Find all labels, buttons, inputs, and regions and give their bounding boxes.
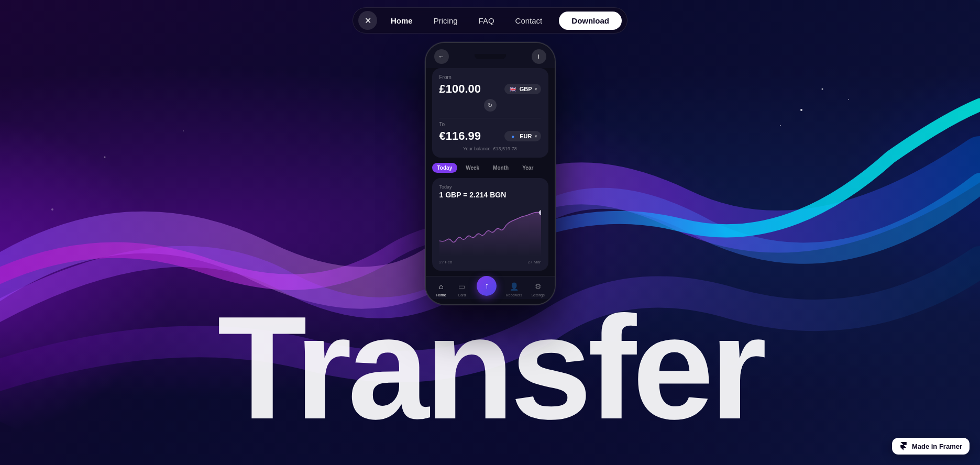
chart-period-label: Today [439, 184, 541, 190]
chevron-down-icon: ▾ [535, 87, 537, 92]
divider [439, 118, 541, 118]
nav-item-home-label: Home [436, 293, 446, 297]
phone-info-button[interactable]: i [532, 49, 546, 64]
gbp-flag: 🇬🇧 [509, 86, 517, 92]
receivers-icon: 👤 [508, 281, 520, 292]
tab-week[interactable]: Week [460, 163, 485, 173]
transfer-center-button[interactable]: ↑ [477, 276, 497, 296]
phone-top-bar: ← i [426, 43, 555, 68]
to-currency-selector[interactable]: ● EUR ▾ [504, 131, 541, 141]
svg-point-5 [822, 88, 823, 90]
chart-card: Today 1 GBP = 2.214 BGN [432, 178, 548, 271]
swap-button[interactable]: ↻ [484, 99, 497, 112]
balance-value: £13,519.78 [493, 146, 517, 151]
to-label: To [439, 121, 541, 127]
nav-item-settings[interactable]: ⚙ Settings [531, 281, 544, 297]
card-icon: ▭ [456, 281, 468, 292]
svg-point-10 [539, 211, 541, 215]
chevron-down-icon-2: ▾ [535, 134, 537, 139]
nav-link-home[interactable]: Home [381, 12, 422, 29]
nav-link-pricing[interactable]: Pricing [424, 12, 467, 29]
svg-point-9 [51, 208, 53, 211]
nav-pill: ✕ Home Pricing FAQ Contact Download [353, 7, 627, 34]
close-icon: ✕ [365, 16, 371, 26]
framer-badge[interactable]: Made in Framer [892, 438, 970, 455]
nav-item-transfer[interactable]: ↑ [477, 282, 497, 296]
svg-point-8 [183, 130, 184, 131]
phone-frame: ← i From £100.00 🇬🇧 GBP ▾ ↻ [425, 42, 556, 305]
transfer-icon: ↑ [485, 281, 489, 291]
tab-today[interactable]: Today [432, 163, 458, 173]
nav-item-card-label: Card [458, 293, 466, 297]
from-currency-selector[interactable]: 🇬🇧 GBP ▾ [504, 84, 541, 94]
nav-link-contact[interactable]: Contact [506, 12, 552, 29]
chart-area [439, 204, 541, 257]
period-tabs: Today Week Month Year [432, 163, 548, 173]
tab-year[interactable]: Year [517, 163, 538, 173]
nav-link-faq[interactable]: FAQ [469, 12, 504, 29]
phone-bottom-nav: ⌂ Home ▭ Card ↑ 👤 Receivers ⚙ Settings [426, 276, 555, 299]
download-button[interactable]: Download [559, 12, 622, 30]
to-amount: €116.99 [439, 129, 481, 143]
swap-icon: ↻ [488, 102, 492, 109]
chart-rate-label: 1 GBP = 2.214 BGN [439, 191, 541, 199]
back-icon: ← [438, 53, 445, 60]
nav-item-receivers[interactable]: 👤 Receivers [506, 281, 522, 297]
phone-mockup: ← i From £100.00 🇬🇧 GBP ▾ ↻ [425, 42, 556, 305]
svg-point-6 [848, 99, 849, 100]
navbar: ✕ Home Pricing FAQ Contact Download [0, 0, 980, 41]
svg-point-3 [800, 109, 802, 111]
swap-row: ↻ [439, 96, 541, 115]
from-currency-code: GBP [520, 86, 532, 92]
to-row: €116.99 ● EUR ▾ [439, 129, 541, 143]
balance-row: Your balance: £13,519.78 [439, 146, 541, 151]
exchange-card: From £100.00 🇬🇧 GBP ▾ ↻ To €116.99 ● [432, 68, 548, 158]
tab-month[interactable]: Month [488, 163, 514, 173]
home-icon: ⌂ [435, 281, 447, 292]
phone-back-button[interactable]: ← [434, 49, 449, 64]
info-icon: i [538, 53, 539, 60]
balance-label: Your balance: [463, 146, 492, 151]
chart-date-start: 27 Feb [439, 260, 453, 264]
from-row: £100.00 🇬🇧 GBP ▾ [439, 82, 541, 96]
to-currency-code: EUR [520, 133, 532, 139]
svg-point-4 [780, 125, 781, 126]
chart-date-end: 27 Mar [528, 260, 541, 264]
phone-notch [475, 54, 506, 59]
from-label: From [439, 74, 541, 80]
nav-close-button[interactable]: ✕ [358, 11, 377, 30]
nav-item-card[interactable]: ▭ Card [456, 281, 468, 297]
eur-flag: ● [509, 133, 517, 139]
nav-item-receivers-label: Receivers [506, 293, 522, 297]
svg-point-7 [104, 157, 106, 158]
nav-item-home[interactable]: ⌂ Home [435, 281, 447, 297]
nav-links: Home Pricing FAQ Contact [381, 12, 552, 29]
framer-badge-label: Made in Framer [912, 442, 962, 450]
chart-dates: 27 Feb 27 Mar [439, 260, 541, 264]
from-amount: £100.00 [439, 82, 481, 96]
framer-logo-icon [899, 442, 908, 450]
nav-item-settings-label: Settings [531, 293, 544, 297]
settings-icon: ⚙ [532, 281, 544, 292]
